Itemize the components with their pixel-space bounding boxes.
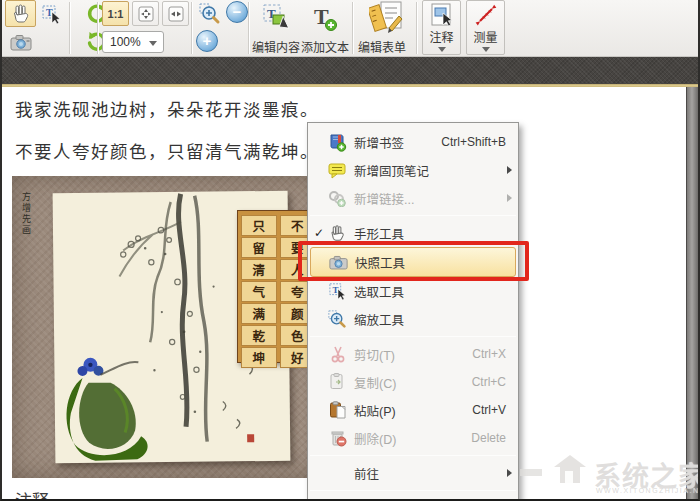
menu-item-label: 复制(C) — [354, 373, 396, 392]
submenu-arrow-icon — [507, 469, 512, 477]
calligraphy-char: 满 — [241, 303, 277, 324]
plus-icon: + — [196, 30, 218, 52]
add-text-label: 添加文本 — [301, 38, 349, 55]
calligraphy-char: 清 — [241, 259, 277, 280]
annotation-heading: 注释 — [15, 487, 49, 501]
zoom-level-select[interactable]: 100% — [102, 31, 164, 53]
menu-separator — [310, 215, 516, 216]
calligraphy-char: 留 — [241, 237, 277, 258]
menu-item-label: 新增链接... — [354, 189, 414, 208]
add-text-button[interactable]: T — [305, 2, 341, 34]
menu-item-label: 剪切(T) — [354, 345, 395, 364]
select-text-icon: T — [42, 4, 62, 24]
toolbar-separator — [352, 2, 353, 54]
snapshot-button[interactable] — [5, 30, 36, 55]
calligraphy-char: 气 — [241, 281, 277, 302]
hand-icon — [11, 4, 31, 24]
menu-item-选取工具[interactable]: T选取工具 — [308, 277, 518, 305]
zoom-out-button[interactable]: − — [226, 1, 248, 23]
zoomtool-icon — [326, 309, 349, 329]
menu-item-新增链接: 新增链接... — [308, 184, 518, 212]
edit-form-button[interactable] — [367, 0, 407, 34]
checkmark-icon: ✓ — [314, 226, 326, 240]
actual-size-label: 1:1 — [108, 8, 124, 20]
calligraphy-column: 只留清气满乾坤 — [241, 215, 277, 358]
zoom-level-value: 100% — [110, 35, 141, 49]
artist-signature: 方增先画 — [20, 192, 33, 236]
chevron-down-icon — [482, 47, 490, 52]
calligraphy-char: 坤 — [241, 347, 277, 368]
menu-item-shortcut: Ctrl+C — [472, 375, 506, 389]
menu-item-label: 选取工具 — [354, 282, 404, 301]
menu-item-粘贴P[interactable]: 粘贴(P)Ctrl+V — [308, 396, 518, 424]
fit-width-button[interactable] — [162, 1, 189, 26]
marquee-zoom-button[interactable] — [196, 0, 224, 27]
toolbar: T 1:1 100% − — [2, 0, 698, 57]
add-text-icon: T — [308, 3, 338, 33]
calligraphy-char: 乾 — [241, 325, 277, 346]
select-text-button[interactable]: T — [38, 0, 65, 27]
context-menu: 新增书签Ctrl+Shift+B新增固顶笔记新增链接...✓手形工具快照工具T选… — [307, 122, 519, 501]
menu-item-label: 粘贴(P) — [354, 401, 396, 420]
select-icon: T — [326, 281, 349, 301]
submenu-arrow-icon — [507, 194, 512, 202]
link-icon — [326, 188, 349, 208]
calligraphy-char: 只 — [241, 215, 277, 236]
menu-item-shortcut: Ctrl+X — [472, 347, 506, 361]
measure-label: 测量 — [473, 28, 497, 45]
menu-separator — [310, 336, 516, 337]
menu-item-缩放工具[interactable]: 缩放工具 — [308, 305, 518, 333]
menu-item-新增固顶笔记[interactable]: 新增固顶笔记 — [308, 156, 518, 184]
fit-width-icon — [167, 5, 185, 23]
menu-item-shortcut: Ctrl+Shift+B — [441, 135, 506, 149]
menu-item-label: 新增固顶笔记 — [354, 161, 429, 180]
edit-content-button[interactable]: T — [258, 2, 294, 34]
camera-icon — [10, 34, 32, 51]
watermark-dash — [520, 469, 542, 476]
menu-item-label: 前往 — [354, 464, 379, 483]
comment-icon — [429, 3, 455, 27]
vertical-scrollbar[interactable] — [686, 87, 698, 501]
toolbar-separator — [191, 2, 192, 54]
edit-form-icon — [369, 0, 405, 34]
watermark-subtext: WWW.XITONGZHIJIA.NET — [596, 487, 700, 494]
edit-content-label: 编辑内容 — [252, 38, 300, 55]
poem-line-1: 我家洗砚池边树，朵朵花开淡墨痕。 — [15, 96, 319, 121]
minus-icon: − — [226, 1, 248, 23]
pdf-reader-window: T 1:1 100% − — [0, 0, 700, 501]
edit-form-label: 编辑表单 — [358, 38, 406, 55]
actual-size-button[interactable]: 1:1 — [102, 1, 129, 26]
menu-item-新增书签[interactable]: 新增书签Ctrl+Shift+B — [308, 128, 518, 156]
toolbar-separator — [97, 2, 98, 54]
toolbar-separator — [416, 2, 417, 54]
menu-item-label: 缩放工具 — [354, 310, 404, 329]
poem-line-2: 不要人夸好颜色，只留清气满乾坤。 — [15, 138, 319, 163]
watermark-house-icon — [548, 449, 588, 489]
menu-item-剪切T: 剪切(T)Ctrl+X — [308, 340, 518, 368]
copy-icon — [326, 372, 349, 392]
cut-icon — [326, 344, 349, 364]
note-icon — [326, 160, 349, 180]
hand-tool-button[interactable] — [5, 0, 36, 27]
menu-item-shortcut: Ctrl+V — [472, 403, 506, 417]
measure-dropdown-button[interactable]: 测量 — [466, 0, 505, 55]
menu-item-label: 删除(D) — [354, 429, 396, 448]
comment-label: 注释 — [429, 28, 453, 45]
fit-page-icon — [137, 5, 155, 23]
menu-item-删除D: 删除(D)Delete — [308, 424, 518, 452]
hand-icon — [326, 223, 349, 243]
toolbar-separator — [69, 2, 70, 54]
fit-page-button[interactable] — [132, 1, 159, 26]
menu-item-shortcut: Delete — [471, 431, 506, 445]
menu-item-label: 手形工具 — [354, 224, 404, 243]
toolbar-separator — [248, 2, 249, 54]
menu-item-label: 新增书签 — [354, 133, 404, 152]
menu-item-前往[interactable]: 前往 — [308, 459, 518, 487]
submenu-arrow-icon — [507, 166, 512, 174]
window-dark-band — [2, 57, 698, 84]
comment-dropdown-button[interactable]: 注释 — [422, 0, 461, 55]
menu-item-打印P[interactable]: 打印(P)...Ctrl+P — [308, 494, 518, 501]
magnifier-icon — [199, 3, 221, 25]
edit-content-icon: T — [261, 3, 291, 33]
zoom-in-button[interactable]: + — [196, 30, 218, 52]
